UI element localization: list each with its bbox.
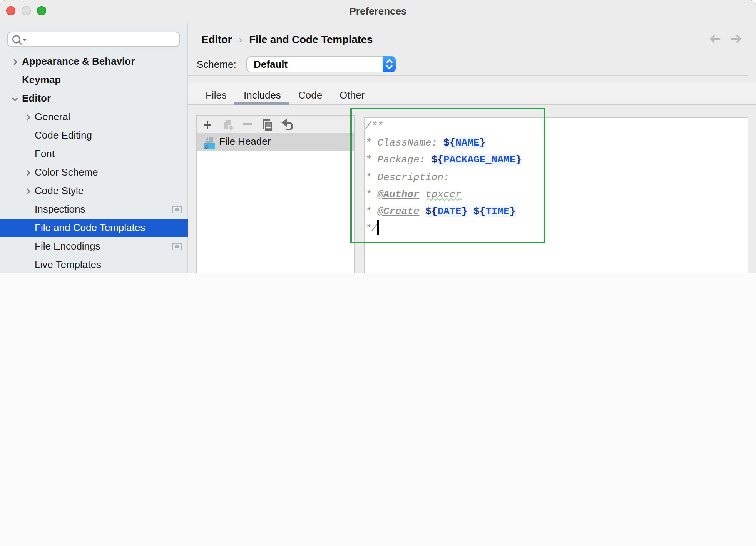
svg-text:J: J <box>205 143 208 149</box>
